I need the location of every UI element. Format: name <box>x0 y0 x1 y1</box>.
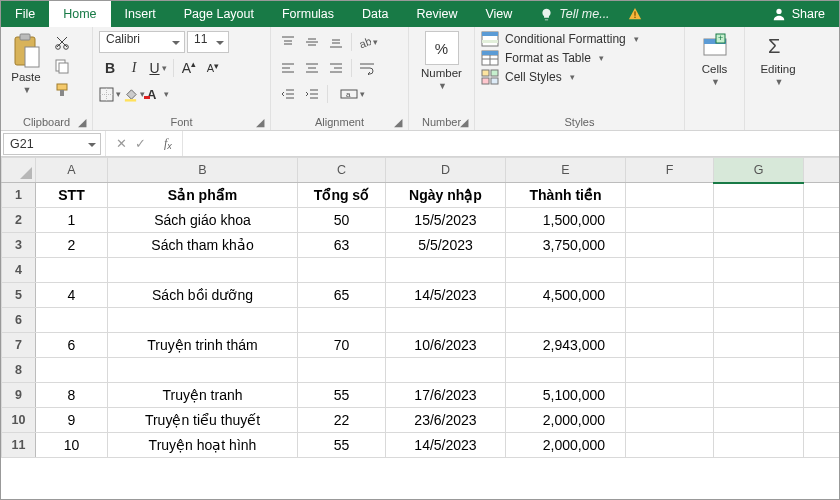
number-dialog-launcher[interactable]: ◢ <box>458 116 470 128</box>
cell[interactable]: Truyện hoạt hình <box>108 433 298 458</box>
table-row[interactable]: 6 <box>2 308 840 333</box>
align-bottom-button[interactable] <box>325 31 347 53</box>
cell[interactable] <box>626 233 714 258</box>
cell[interactable]: 50 <box>298 208 386 233</box>
increase-font-button[interactable]: A▴ <box>178 57 200 79</box>
cell[interactable] <box>626 183 714 208</box>
cell[interactable]: 14/5/2023 <box>386 283 506 308</box>
borders-button[interactable]: ▾ <box>99 83 121 105</box>
tab-data[interactable]: Data <box>348 1 402 27</box>
cell[interactable]: 63 <box>298 233 386 258</box>
cell[interactable] <box>626 433 714 458</box>
cell[interactable]: 4,500,000 <box>506 283 626 308</box>
row-header[interactable]: 1 <box>2 183 36 208</box>
table-row[interactable]: 1STTSản phẩmTổng sốNgày nhậpThành tiền <box>2 183 840 208</box>
formula-input[interactable] <box>183 131 839 156</box>
table-row[interactable]: 98Truyện tranh5517/6/20235,100,000 <box>2 383 840 408</box>
font-dialog-launcher[interactable]: ◢ <box>254 116 266 128</box>
table-row[interactable]: 32Sách tham khảo635/5/20233,750,000 <box>2 233 840 258</box>
cell[interactable] <box>386 308 506 333</box>
percent-style-button[interactable]: % <box>425 31 459 65</box>
cell[interactable] <box>626 358 714 383</box>
paste-button[interactable]: Paste ▼ <box>7 31 45 97</box>
cell[interactable]: 6 <box>36 333 108 358</box>
conditional-formatting-button[interactable]: Conditional Formatting▾ <box>481 31 639 47</box>
cell[interactable]: 2 <box>36 233 108 258</box>
cell[interactable]: STT <box>36 183 108 208</box>
table-row[interactable]: 4 <box>2 258 840 283</box>
cell[interactable] <box>804 383 840 408</box>
tab-view[interactable]: View <box>471 1 526 27</box>
cell[interactable]: 3,750,000 <box>506 233 626 258</box>
select-all-button[interactable] <box>2 158 36 183</box>
cell[interactable]: Ngày nhập <box>386 183 506 208</box>
cell[interactable] <box>804 433 840 458</box>
cell[interactable]: 5/5/2023 <box>386 233 506 258</box>
align-center-button[interactable] <box>301 57 323 79</box>
cell[interactable] <box>804 283 840 308</box>
col-header-D[interactable]: D <box>386 158 506 183</box>
cell[interactable] <box>626 283 714 308</box>
cell[interactable] <box>804 258 840 283</box>
cell[interactable] <box>108 358 298 383</box>
cell[interactable] <box>804 308 840 333</box>
bold-button[interactable]: B <box>99 57 121 79</box>
copy-button[interactable] <box>51 55 73 77</box>
cell[interactable] <box>626 408 714 433</box>
cell[interactable] <box>714 233 804 258</box>
row-header[interactable]: 6 <box>2 308 36 333</box>
cancel-formula-button[interactable]: ✕ <box>116 136 127 151</box>
cell[interactable]: 15/5/2023 <box>386 208 506 233</box>
cell[interactable]: Tổng số <box>298 183 386 208</box>
cell[interactable] <box>506 358 626 383</box>
enter-formula-button[interactable]: ✓ <box>135 136 146 151</box>
cell[interactable] <box>714 358 804 383</box>
col-header-B[interactable]: B <box>108 158 298 183</box>
cell[interactable]: 10 <box>36 433 108 458</box>
table-row[interactable]: 21Sách giáo khoa5015/5/20231,500,000 <box>2 208 840 233</box>
cell[interactable]: Sách tham khảo <box>108 233 298 258</box>
cell[interactable]: 70 <box>298 333 386 358</box>
cell[interactable]: 5,100,000 <box>506 383 626 408</box>
cell[interactable] <box>714 258 804 283</box>
row-header[interactable]: 4 <box>2 258 36 283</box>
cell[interactable]: 2,000,000 <box>506 433 626 458</box>
tab-formulas[interactable]: Formulas <box>268 1 348 27</box>
row-header[interactable]: 5 <box>2 283 36 308</box>
cell[interactable] <box>714 383 804 408</box>
tab-insert[interactable]: Insert <box>111 1 170 27</box>
format-as-table-button[interactable]: Format as Table▾ <box>481 50 639 66</box>
row-header[interactable]: 2 <box>2 208 36 233</box>
cell[interactable] <box>36 358 108 383</box>
cell[interactable] <box>804 208 840 233</box>
tab-page-layout[interactable]: Page Layout <box>170 1 268 27</box>
cell[interactable]: Sách bồi dưỡng <box>108 283 298 308</box>
cell[interactable] <box>626 208 714 233</box>
cell[interactable] <box>804 333 840 358</box>
orientation-button[interactable]: ab▾ <box>356 31 378 53</box>
tab-review[interactable]: Review <box>402 1 471 27</box>
tab-home[interactable]: Home <box>49 1 110 27</box>
cell[interactable] <box>804 358 840 383</box>
cell[interactable] <box>626 333 714 358</box>
tell-me-search[interactable]: Tell me... <box>526 1 623 27</box>
cell[interactable]: 10/6/2023 <box>386 333 506 358</box>
cell[interactable] <box>714 208 804 233</box>
cell[interactable]: Truyện trinh thám <box>108 333 298 358</box>
increase-indent-button[interactable] <box>301 83 323 105</box>
cell[interactable]: 65 <box>298 283 386 308</box>
cell[interactable]: 14/5/2023 <box>386 433 506 458</box>
clipboard-dialog-launcher[interactable]: ◢ <box>76 116 88 128</box>
row-header[interactable]: 9 <box>2 383 36 408</box>
table-row[interactable]: 8 <box>2 358 840 383</box>
cell[interactable] <box>714 183 804 208</box>
align-middle-button[interactable] <box>301 31 323 53</box>
table-row[interactable]: 54Sách bồi dưỡng6514/5/20234,500,000 <box>2 283 840 308</box>
format-painter-button[interactable] <box>51 79 73 101</box>
cell[interactable] <box>506 258 626 283</box>
alignment-dialog-launcher[interactable]: ◢ <box>392 116 404 128</box>
font-name-select[interactable]: Calibri <box>99 31 185 53</box>
decrease-font-button[interactable]: A▾ <box>202 57 224 79</box>
cell[interactable] <box>298 358 386 383</box>
cell[interactable]: 1,500,000 <box>506 208 626 233</box>
